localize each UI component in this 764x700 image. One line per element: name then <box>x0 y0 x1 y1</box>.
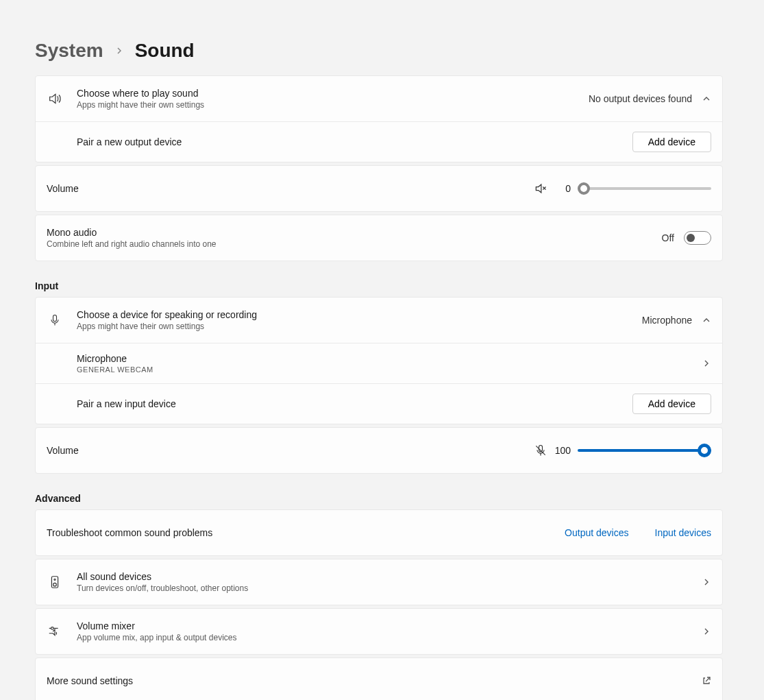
troubleshoot-input-link[interactable]: Input devices <box>655 527 712 538</box>
input-title: Choose a device for speaking or recordin… <box>77 309 628 320</box>
all-devices-title: All sound devices <box>77 571 688 582</box>
output-status: No output devices found <box>589 93 692 104</box>
pair-input-row: Pair a new input device Add device <box>36 383 722 424</box>
add-output-device-button[interactable]: Add device <box>632 132 711 152</box>
volume-mixer-row[interactable]: Volume mixer App volume mix, app input &… <box>36 609 722 654</box>
chevron-right-icon <box>702 577 711 587</box>
output-volume-row: Volume 0 <box>36 166 722 211</box>
troubleshoot-output-link[interactable]: Output devices <box>565 527 628 538</box>
mono-state: Off <box>662 232 674 243</box>
pair-output-row: Pair a new output device Add device <box>36 121 722 162</box>
svg-point-5 <box>51 627 54 630</box>
chevron-right-icon <box>702 627 711 636</box>
output-volume-value: 0 <box>554 183 571 194</box>
pair-input-label: Pair a new input device <box>77 398 619 409</box>
speaker-muted-icon[interactable] <box>534 182 547 195</box>
output-volume-label: Volume <box>47 183 372 194</box>
output-sub: Apps might have their own settings <box>77 100 575 110</box>
mono-sub: Combine left and right audio channels in… <box>47 239 648 249</box>
chevron-right-icon <box>702 359 711 368</box>
input-status: Microphone <box>642 315 692 326</box>
mono-audio-toggle[interactable] <box>684 231 711 245</box>
chevron-right-icon <box>116 47 123 54</box>
input-section-header: Input <box>35 280 723 291</box>
speaker-icon <box>47 91 63 106</box>
input-device-name: Microphone <box>77 353 688 364</box>
advanced-section-header: Advanced <box>35 493 723 504</box>
mono-title: Mono audio <box>47 227 648 238</box>
troubleshoot-title: Troubleshoot common sound problems <box>47 527 551 538</box>
chevron-up-icon <box>702 315 711 325</box>
svg-point-3 <box>53 583 57 586</box>
mixer-sub: App volume mix, app input & output devic… <box>77 633 688 642</box>
input-device-row[interactable]: Microphone GENERAL WEBCAM <box>36 343 722 383</box>
output-volume-slider[interactable] <box>578 187 711 190</box>
external-link-icon <box>702 676 711 686</box>
all-sound-devices-row[interactable]: All sound devices Turn devices on/off, t… <box>36 559 722 605</box>
input-volume-value: 100 <box>554 445 571 456</box>
svg-point-4 <box>54 579 56 580</box>
microphone-off-icon[interactable] <box>534 444 547 457</box>
breadcrumb-parent[interactable]: System <box>35 40 103 62</box>
add-input-device-button[interactable]: Add device <box>632 394 711 414</box>
breadcrumb: System Sound <box>35 0 723 75</box>
mono-audio-row: Mono audio Combine left and right audio … <box>36 215 722 261</box>
input-sub: Apps might have their own settings <box>77 322 628 331</box>
chevron-up-icon <box>702 94 711 104</box>
input-header-row[interactable]: Choose a device for speaking or recordin… <box>36 298 722 343</box>
devices-icon <box>47 575 63 590</box>
output-header-row[interactable]: Choose where to play sound Apps might ha… <box>36 76 722 121</box>
pair-output-label: Pair a new output device <box>77 136 619 147</box>
troubleshoot-row: Troubleshoot common sound problems Outpu… <box>36 510 722 555</box>
input-device-sub: GENERAL WEBCAM <box>77 365 688 374</box>
more-settings-title: More sound settings <box>47 675 688 686</box>
mixer-title: Volume mixer <box>77 620 688 631</box>
breadcrumb-current: Sound <box>135 40 195 62</box>
mixer-icon <box>47 624 63 639</box>
all-devices-sub: Turn devices on/off, troubleshoot, other… <box>77 583 688 593</box>
output-title: Choose where to play sound <box>77 88 575 99</box>
more-sound-settings-row[interactable]: More sound settings <box>36 658 722 700</box>
input-volume-row: Volume 100 <box>36 428 722 473</box>
microphone-icon <box>47 313 63 327</box>
svg-rect-0 <box>53 315 57 322</box>
input-volume-slider[interactable] <box>578 449 711 452</box>
input-volume-label: Volume <box>47 445 372 456</box>
